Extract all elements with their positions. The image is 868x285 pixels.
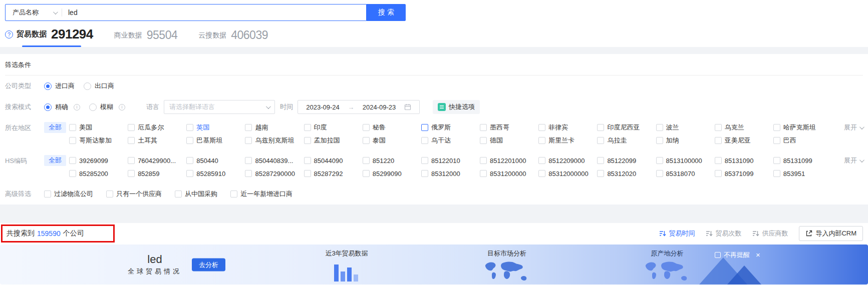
hs-checkbox-item[interactable]: 85285910 bbox=[186, 170, 245, 178]
checkbox-icon[interactable] bbox=[715, 157, 722, 164]
region-checkbox-item[interactable]: 亚美尼亚 bbox=[715, 136, 773, 145]
checkbox-icon[interactable] bbox=[69, 157, 76, 164]
checkbox-icon[interactable] bbox=[106, 190, 113, 198]
checkbox-icon[interactable] bbox=[597, 170, 604, 177]
checkbox-icon[interactable] bbox=[597, 157, 604, 164]
checkbox-icon[interactable] bbox=[363, 124, 370, 131]
checkbox-icon[interactable] bbox=[304, 137, 311, 144]
checkbox-icon[interactable] bbox=[656, 124, 663, 131]
hs-checkbox-item[interactable]: 85318070 bbox=[656, 170, 715, 178]
checkbox-icon[interactable] bbox=[656, 157, 663, 164]
hs-checkbox-item[interactable]: 85122099 bbox=[597, 157, 656, 164]
hs-checkbox-item[interactable]: 85285200 bbox=[69, 170, 128, 178]
checkbox-icon[interactable] bbox=[480, 124, 487, 131]
checkbox-icon[interactable] bbox=[128, 124, 135, 131]
checkbox-icon[interactable] bbox=[715, 137, 722, 144]
hs-expand-button[interactable]: 展开 bbox=[832, 156, 863, 165]
hs-checkbox-item[interactable]: 850440839... bbox=[245, 157, 304, 164]
region-checkbox-item[interactable]: 乌干达 bbox=[421, 136, 480, 145]
close-icon[interactable]: × bbox=[756, 252, 760, 258]
hs-checkbox-item[interactable]: 851220 bbox=[363, 157, 421, 164]
region-checkbox-item[interactable]: 印度尼西亚 bbox=[597, 123, 656, 132]
hs-checkbox-item[interactable]: 8512209000 bbox=[538, 157, 597, 164]
hs-checkbox-item[interactable]: 85312000 bbox=[421, 170, 480, 178]
hs-checkbox-item[interactable]: 85312000000 bbox=[538, 170, 597, 178]
region-checkbox-item[interactable]: 英国 bbox=[186, 123, 245, 132]
import-crm-button[interactable]: 导入内部CRM bbox=[799, 226, 863, 241]
checkbox-icon[interactable] bbox=[363, 157, 370, 164]
region-checkbox-item[interactable]: 波兰 bbox=[656, 123, 715, 132]
region-checkbox-item[interactable]: 越南 bbox=[245, 123, 304, 132]
hs-checkbox-item[interactable]: 8513100000 bbox=[656, 157, 715, 164]
hs-checkbox-item[interactable]: 85299090 bbox=[363, 170, 421, 178]
region-checkbox-item[interactable]: 美国 bbox=[69, 123, 128, 132]
checkbox-icon[interactable] bbox=[773, 157, 780, 164]
checkbox-icon[interactable] bbox=[186, 157, 193, 164]
region-checkbox-item[interactable]: 乌克兰 bbox=[715, 123, 773, 132]
quick-options-button[interactable]: 快捷选项 bbox=[433, 100, 480, 114]
hs-checkbox-item[interactable]: 85312020 bbox=[597, 170, 656, 178]
checkbox-icon[interactable] bbox=[480, 157, 487, 164]
checkbox-icon[interactable] bbox=[245, 157, 252, 164]
advanced-checkbox-item[interactable]: 过滤物流公司 bbox=[44, 190, 93, 198]
region-checkbox-item[interactable]: 泰国 bbox=[363, 136, 421, 145]
hs-checkbox-item[interactable]: 8531200000 bbox=[480, 170, 538, 178]
checkbox-icon[interactable] bbox=[363, 170, 370, 177]
checkbox-icon[interactable] bbox=[245, 137, 252, 144]
checkbox-icon[interactable] bbox=[304, 170, 311, 177]
checkbox-icon[interactable] bbox=[186, 124, 193, 131]
checkbox-icon[interactable] bbox=[715, 124, 722, 131]
radio-fuzzy-mode[interactable]: 模糊 i bbox=[89, 100, 125, 114]
hs-checkbox-item[interactable]: 39269099 bbox=[69, 157, 128, 164]
region-checkbox-item[interactable]: 孟加拉国 bbox=[304, 136, 363, 145]
checkbox-icon[interactable] bbox=[245, 124, 252, 131]
region-checkbox-item[interactable]: 土耳其 bbox=[128, 136, 186, 145]
checkbox-icon[interactable] bbox=[773, 137, 780, 144]
tab-trade-data[interactable]: ? 贸易数据 291294 bbox=[5, 26, 93, 47]
advanced-checkbox-item[interactable]: 从中国采购 bbox=[175, 190, 217, 198]
analyze-button[interactable]: 去分析 bbox=[192, 258, 225, 271]
search-input[interactable] bbox=[62, 8, 366, 16]
hs-checkbox-item[interactable]: 85131099 bbox=[773, 157, 832, 164]
tab-cloud-data[interactable]: 云搜数据 406039 bbox=[198, 28, 268, 47]
checkbox-icon[interactable] bbox=[128, 170, 135, 177]
checkbox-icon[interactable] bbox=[715, 170, 722, 177]
checkbox-icon[interactable] bbox=[230, 190, 237, 198]
hs-checkbox-item[interactable]: 853951 bbox=[773, 170, 832, 178]
radio-exporter[interactable]: 出口商 bbox=[84, 79, 114, 93]
region-checkbox-item[interactable]: 德国 bbox=[480, 136, 538, 145]
checkbox-icon[interactable] bbox=[597, 124, 604, 131]
checkbox-icon[interactable] bbox=[480, 170, 487, 177]
search-category-select[interactable]: 产品名称 bbox=[6, 8, 62, 17]
checkbox-icon[interactable] bbox=[69, 170, 76, 177]
checkbox-icon[interactable] bbox=[773, 170, 780, 177]
checkbox-icon[interactable] bbox=[421, 124, 428, 131]
checkbox-icon[interactable] bbox=[538, 157, 545, 164]
checkbox-icon[interactable] bbox=[421, 157, 428, 164]
checkbox-icon[interactable] bbox=[538, 170, 545, 177]
hs-checkbox-item[interactable]: 85122010 bbox=[421, 157, 480, 164]
region-checkbox-item[interactable]: 墨西哥 bbox=[480, 123, 538, 132]
region-checkbox-item[interactable]: 菲律宾 bbox=[538, 123, 597, 132]
checkbox-icon[interactable] bbox=[245, 170, 252, 177]
radio-exact-mode[interactable]: 精确 i bbox=[44, 100, 80, 114]
tab-business-data[interactable]: 商业数据 95504 bbox=[114, 28, 177, 47]
hs-checkbox-item[interactable]: 85371099 bbox=[715, 170, 773, 178]
checkbox-icon[interactable] bbox=[69, 124, 76, 131]
checkbox-icon[interactable] bbox=[656, 137, 663, 144]
region-checkbox-item[interactable]: 加纳 bbox=[656, 136, 715, 145]
date-range-picker[interactable]: 2023-09-24 → 2024-09-23 bbox=[298, 100, 420, 114]
sort-supplier-count[interactable]: 供应商数 bbox=[752, 229, 788, 238]
region-checkbox-item[interactable]: 乌兹别克斯坦 bbox=[245, 136, 304, 145]
region-checkbox-item[interactable]: 斯里兰卡 bbox=[538, 136, 597, 145]
hs-checkbox-item[interactable]: 85131090 bbox=[715, 157, 773, 164]
hs-checkbox-item[interactable]: 85044090 bbox=[304, 157, 363, 164]
region-checkbox-item[interactable]: 印度 bbox=[304, 123, 363, 132]
hs-checkbox-item[interactable]: 8512201000 bbox=[480, 157, 538, 164]
checkbox-icon[interactable] bbox=[597, 137, 604, 144]
checkbox-icon[interactable] bbox=[44, 190, 51, 198]
checkbox-icon[interactable] bbox=[421, 137, 428, 144]
region-checkbox-item[interactable]: 巴基斯坦 bbox=[186, 136, 245, 145]
language-select[interactable]: 请选择翻译语言 bbox=[164, 100, 275, 114]
search-button[interactable]: 搜 索 bbox=[367, 4, 406, 21]
